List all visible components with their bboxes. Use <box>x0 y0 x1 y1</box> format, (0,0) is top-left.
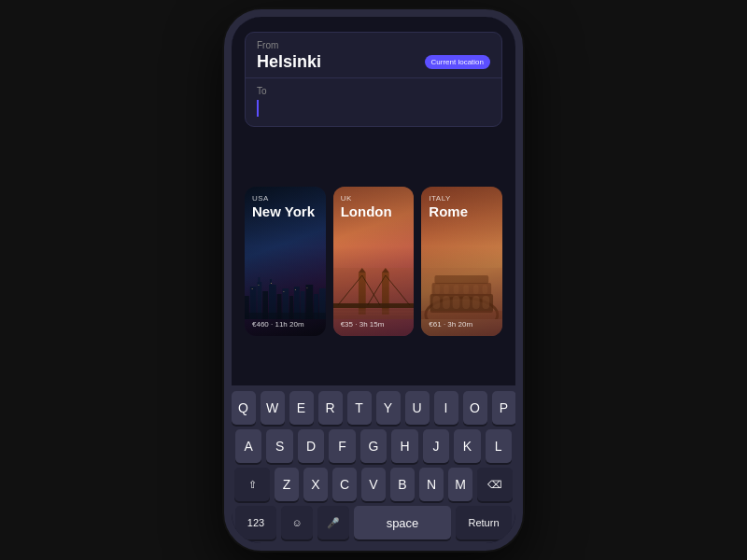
from-field[interactable]: From Helsinki Current location <box>246 33 501 78</box>
keyboard-row-1: Q W E R T Y U I O P <box>235 391 512 425</box>
newyork-city: New York <box>252 203 318 220</box>
power-button[interactable] <box>521 91 523 138</box>
key-b[interactable]: B <box>390 468 415 501</box>
key-k[interactable]: K <box>454 429 480 463</box>
card-content-london: UK London €35 · 3h 15m <box>333 187 415 336</box>
key-g[interactable]: G <box>360 429 387 463</box>
from-value: Helsinki <box>257 52 321 72</box>
destination-card-rome[interactable]: ITALY Rome €61 · 3h 20m <box>421 187 502 336</box>
keyboard: Q W E R T Y U I O P A S D F G H J K <box>232 385 515 543</box>
key-o[interactable]: O <box>463 391 487 425</box>
mic-key[interactable]: 🎤 <box>317 506 349 539</box>
key-n[interactable]: N <box>419 468 444 501</box>
key-w[interactable]: W <box>261 391 285 425</box>
from-value-row: Helsinki Current location <box>257 52 490 72</box>
key-u[interactable]: U <box>405 391 430 425</box>
key-f[interactable]: F <box>329 429 355 463</box>
key-m[interactable]: M <box>448 468 472 501</box>
shift-key[interactable]: ⇧ <box>234 468 270 501</box>
key-e[interactable]: E <box>289 391 314 425</box>
destinations-area: USA New York €460 · 11h 20m <box>232 136 515 385</box>
key-i[interactable]: I <box>434 391 458 425</box>
rome-city: Rome <box>429 203 495 220</box>
to-field[interactable]: To <box>246 78 501 126</box>
card-content-newyork: USA New York €460 · 11h 20m <box>245 187 326 336</box>
key-s[interactable]: S <box>266 429 292 463</box>
return-key[interactable]: Return <box>456 506 512 539</box>
destination-card-london[interactable]: UK London €35 · 3h 15m <box>333 187 415 336</box>
key-a[interactable]: A <box>235 429 261 463</box>
current-location-button[interactable]: Current location <box>425 55 490 69</box>
emoji-key[interactable]: ☺ <box>281 506 313 539</box>
phone-screen: From Helsinki Current location To <box>232 17 515 543</box>
key-r[interactable]: R <box>318 391 343 425</box>
volume-up-button[interactable] <box>224 82 226 108</box>
space-key[interactable]: space <box>354 506 451 539</box>
volume-down-button[interactable] <box>224 118 226 144</box>
london-city: London <box>341 203 407 220</box>
newyork-country: USA <box>252 194 318 203</box>
key-l[interactable]: L <box>486 429 512 463</box>
key-q[interactable]: Q <box>232 391 256 425</box>
key-d[interactable]: D <box>298 429 324 463</box>
keyboard-row-3: ⇧ Z X C V B N M ⌫ <box>235 468 512 501</box>
search-area: From Helsinki Current location To <box>232 17 515 136</box>
key-c[interactable]: C <box>332 468 357 501</box>
rome-price: €61 · 3h 20m <box>429 320 495 329</box>
newyork-price: €460 · 11h 20m <box>252 320 318 329</box>
keyboard-row-bottom: 123 ☺ 🎤 space Return <box>235 506 512 539</box>
phone-shell: From Helsinki Current location To <box>224 9 523 551</box>
from-label: From <box>257 40 490 50</box>
card-content-rome: ITALY Rome €61 · 3h 20m <box>421 187 502 336</box>
numbers-key[interactable]: 123 <box>235 506 276 539</box>
text-cursor <box>257 100 259 117</box>
card-top-newyork: USA New York <box>252 194 318 220</box>
card-top-rome: ITALY Rome <box>429 194 495 220</box>
to-label: To <box>257 86 490 96</box>
key-z[interactable]: Z <box>275 468 299 501</box>
destination-card-newyork[interactable]: USA New York €460 · 11h 20m <box>245 187 326 336</box>
keyboard-row-2: A S D F G H J K L <box>235 429 512 463</box>
key-y[interactable]: Y <box>376 391 401 425</box>
key-h[interactable]: H <box>391 429 417 463</box>
card-top-london: UK London <box>341 194 407 220</box>
london-country: UK <box>341 194 407 203</box>
london-price: €35 · 3h 15m <box>341 320 407 329</box>
key-v[interactable]: V <box>361 468 386 501</box>
key-p[interactable]: P <box>492 391 516 425</box>
rome-country: ITALY <box>429 194 495 203</box>
key-j[interactable]: J <box>423 429 449 463</box>
backspace-key[interactable]: ⌫ <box>477 468 513 501</box>
key-x[interactable]: X <box>303 468 328 501</box>
input-group: From Helsinki Current location To <box>245 32 502 127</box>
key-t[interactable]: T <box>347 391 372 425</box>
